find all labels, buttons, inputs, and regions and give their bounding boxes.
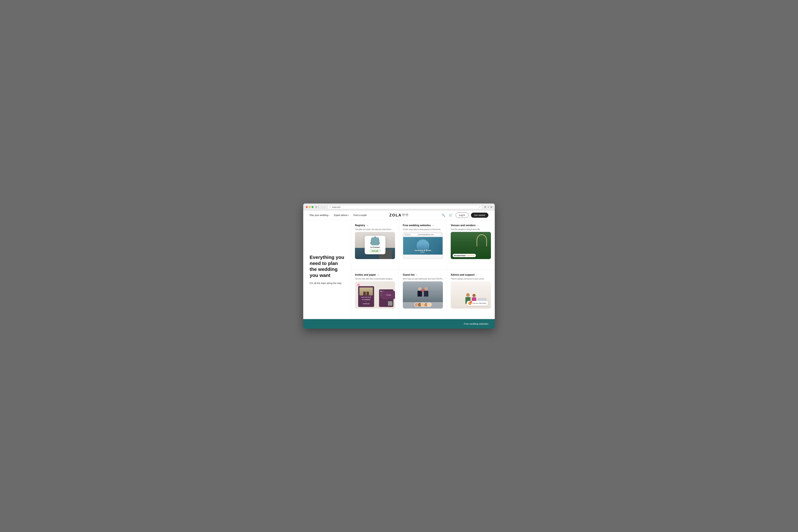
websites-image: veronicaandbrian.com Veronica & Brian 10… — [403, 232, 443, 259]
couple-names: Veronica & Brian — [415, 249, 431, 251]
invites-desc: Set the vibe with ultra-customizable des… — [355, 278, 395, 280]
sidebar-toggle-icon[interactable]: ⊞ ▾ — [316, 206, 319, 208]
minimize-button[interactable] — [309, 206, 310, 208]
nav-expert-advice[interactable]: Expert advice ▾ — [334, 214, 349, 216]
add-gift-button[interactable]: Add gift — [369, 249, 381, 253]
chat-message-text: How can I help today? — [472, 302, 487, 304]
close-button[interactable] — [306, 206, 308, 208]
nav-arrows: ‹ › — [321, 205, 326, 209]
nav-find-couple[interactable]: Find a couple — [353, 214, 367, 216]
couple-photo: Veronica & Brian 10/18... — [403, 237, 442, 254]
invites-image: 🌸 SAVE THE DATE KATHERINE & — [355, 281, 395, 308]
pot-icon — [370, 238, 380, 245]
invite-photo — [359, 287, 373, 296]
navbar: Plan your wedding ▾ Expert advice ▾ Find… — [303, 211, 495, 220]
couple-date: 10/18... — [415, 251, 431, 253]
registry-image: Le Creuset Add gift — [355, 232, 395, 259]
nav-right: 🔍 🛒 Log in Get started — [399, 212, 488, 218]
arrow-icon: → — [366, 224, 368, 227]
cart-button[interactable]: 🛒 — [448, 213, 453, 217]
venue-badge: Brickell Hotel ★★★★★ — [453, 254, 476, 257]
venues-desc: Find the people to bring it all to life. — [451, 228, 491, 231]
reload-icon[interactable]: ↺ — [479, 206, 480, 208]
traffic-lights — [306, 206, 314, 208]
main-content: Everything you need to plan the wedding … — [303, 220, 495, 319]
new-tab-icon[interactable]: + — [488, 206, 489, 208]
browser-chrome: ⊞ ▾ ‹ › 🛡 ↺ ⬆ + ⧉ — [303, 204, 495, 211]
silhouettes — [363, 292, 369, 296]
chevron-down-icon: ▾ — [329, 214, 329, 216]
arrow-icon: → — [415, 273, 418, 276]
guest-avatar-row — [414, 302, 432, 307]
advice-image: 😊 2 How can I help today? — [451, 281, 491, 308]
arrow-icon: → — [432, 224, 434, 227]
couple-photo: 💋 — [403, 281, 443, 302]
arrow-icon: → — [377, 273, 379, 276]
advice-desc: There's always someone in your corner. — [451, 278, 491, 280]
logo-hearts-icon: ♡♡ — [402, 213, 409, 217]
websites-desc: A free, easy way to keep guests in-the-k… — [403, 228, 443, 231]
back-arrow-icon[interactable]: ‹ — [321, 205, 323, 209]
site-logo[interactable]: ZOLA♡♡ — [389, 213, 408, 217]
kiss-icon: 💋 — [423, 289, 423, 295]
nav-left: Plan your wedding ▾ Expert advice ▾ Find… — [310, 214, 399, 216]
guest-avatar-5 — [427, 302, 432, 307]
save-date-card: SAVE THE DATE KATHERINE & CHARLES — [358, 286, 374, 307]
invites-title[interactable]: Invites and paper → — [355, 273, 395, 276]
arrow-icon: → — [477, 224, 479, 227]
advice-cell: Advice and support → There's always some… — [447, 270, 495, 319]
websites-cell: Free wedding websites → A free, easy way… — [399, 220, 447, 270]
arch-decoration — [477, 234, 487, 246]
guestlist-image: 💋 — [403, 281, 443, 308]
login-button[interactable]: Log in — [456, 212, 469, 218]
product-name: Le Creuset — [367, 246, 383, 248]
feature-grid: Registry → The gifts you want, the way y… — [351, 220, 495, 319]
nav-plan-wedding[interactable]: Plan your wedding ▾ — [310, 214, 329, 216]
footer-bar: Free wedding websites — [303, 319, 495, 329]
couple-overlay: Veronica & Brian 10/18... — [415, 249, 431, 253]
hero-panel: Everything you need to plan the wedding … — [303, 220, 351, 319]
fullscreen-button[interactable] — [311, 206, 314, 208]
copy-icon[interactable]: ⧉ — [491, 206, 492, 208]
registry-cell: Registry → The gifts you want, the way y… — [351, 220, 399, 270]
search-button[interactable]: 🔍 — [441, 213, 446, 217]
browser-actions: ⬆ + ⧉ — [484, 206, 492, 208]
chevron-down-icon: ▾ — [348, 214, 349, 216]
footer-link[interactable]: Free wedding websites — [464, 322, 488, 325]
url-bar: veronicaandbrian.com — [403, 232, 442, 237]
url-input[interactable] — [332, 206, 478, 208]
guestlist-cell: Guest list → We'll help you get addresse… — [399, 270, 447, 319]
venue-stars: ★★★★★ — [467, 254, 474, 256]
arrow-icon: → — [475, 273, 478, 276]
venues-title[interactable]: Venues and vendors → — [451, 224, 491, 227]
address-bar[interactable]: 🛡 ↺ — [327, 205, 482, 209]
registry-card: Le Creuset Add gift — [365, 236, 385, 254]
venues-cell: Venues and vendors → Find the people to … — [447, 220, 495, 270]
website-url: veronicaandbrian.com — [411, 233, 441, 236]
get-started-button[interactable]: Get started — [471, 213, 488, 218]
invites-cell: Invites and paper → Set the vibe with ul… — [351, 270, 399, 319]
registry-title[interactable]: Registry → — [355, 224, 395, 227]
registry-desc: The gifts you want, the way you want the… — [355, 228, 395, 231]
groom-2 — [424, 287, 429, 297]
guestlist-desc: We'll help you get addresses and track R… — [403, 278, 443, 280]
url-dots — [405, 234, 410, 235]
share-icon[interactable]: ⬆ — [484, 206, 486, 208]
advice-title[interactable]: Advice and support → — [451, 273, 491, 276]
hero-title: Everything you need to plan the wedding … — [310, 254, 345, 278]
qr-code-icon — [388, 301, 393, 306]
guestlist-title[interactable]: Guest list → — [403, 273, 443, 276]
websites-title[interactable]: Free wedding websites → — [403, 224, 443, 227]
shield-icon: 🛡 — [329, 206, 331, 208]
thanks-card: THANKS — [382, 291, 395, 299]
chat-notification-badge: 2 — [470, 301, 472, 303]
hero-subtitle: For all the days along the way — [310, 281, 345, 285]
venues-image: Brickell Hotel ★★★★★ — [451, 232, 491, 259]
grooms-figures: 💋 — [418, 287, 429, 297]
browser-window: ⊞ ▾ ‹ › 🛡 ↺ ⬆ + ⧉ Plan your wedding ▾ Ex… — [303, 204, 495, 329]
forward-arrow-icon[interactable]: › — [324, 205, 326, 209]
venue-name: Brickell Hotel — [454, 254, 466, 256]
chat-bubble: 😊 2 How can I help today? — [467, 301, 488, 306]
